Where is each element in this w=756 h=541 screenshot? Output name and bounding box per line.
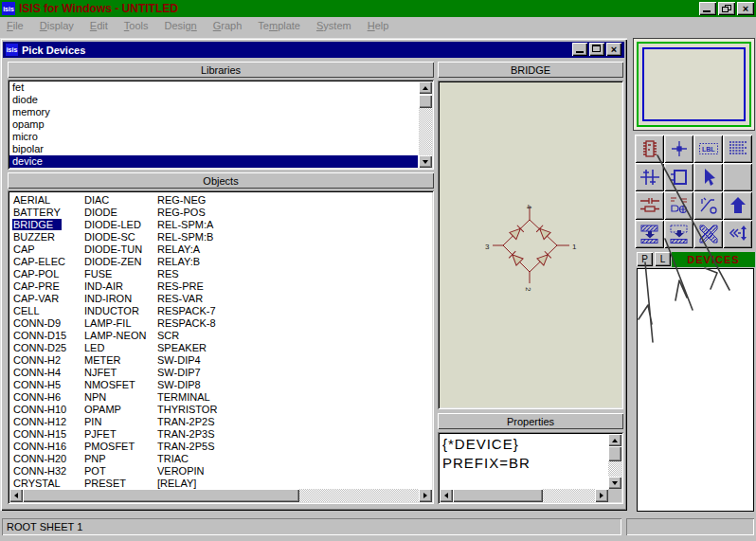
object-item[interactable]: REL-SPM:B [156,231,270,243]
object-item[interactable]: POT [83,465,155,478]
object-item[interactable]: CONN-H6 [12,391,82,404]
restore-button[interactable] [718,2,735,15]
properties-vscrollbar[interactable] [608,434,621,489]
object-item[interactable]: RES [156,268,270,280]
object-item[interactable]: RELAY:A [156,243,270,256]
text-script-tool-button[interactable] [723,135,752,163]
library-item[interactable]: diode [9,94,418,106]
object-item[interactable]: TRAN-2P2S [156,416,270,428]
library-item[interactable]: fet [9,81,418,94]
object-item[interactable]: DIODE-ZEN [83,256,155,268]
menu-item[interactable]: Help [364,20,393,31]
object-item[interactable]: CONN-D15 [12,330,82,342]
bus-terminal-tool-button[interactable] [635,163,664,191]
menu-item[interactable]: Tools [120,20,153,31]
object-item[interactable]: OPAMP [83,404,155,416]
object-item[interactable]: RESPACK-8 [156,317,270,330]
devices-panel-list[interactable] [637,268,754,512]
scroll-thumb[interactable] [419,95,432,108]
scroll-right-button[interactable] [419,489,432,502]
object-item[interactable]: RES-VAR [156,293,270,305]
object-item[interactable]: CAP-PRE [12,280,82,293]
object-item[interactable]: DIODE-LED [83,219,155,231]
object-item[interactable]: BRIDGE [12,219,82,231]
object-item[interactable]: SPEAKER [156,342,270,354]
object-item[interactable]: SW-DIP7 [156,367,270,379]
menu-item[interactable]: Template [254,20,304,31]
object-item[interactable]: CONN-H32 [12,465,82,478]
object-item[interactable]: CONN-H20 [12,453,82,465]
object-item[interactable]: BUZZER [12,231,82,243]
device-pins-tool-button[interactable] [635,191,664,220]
object-item[interactable]: CONN-H5 [12,379,82,391]
object-item[interactable]: INDUCTOR [83,305,155,317]
object-item[interactable]: NPN [83,391,155,404]
object-item[interactable]: PIN [83,416,155,428]
pointer-tool-button[interactable] [693,163,723,191]
object-item[interactable]: BATTERY [12,207,82,219]
object-item[interactable]: RESPACK-7 [156,305,270,317]
library-item[interactable]: device [9,155,418,168]
object-item[interactable]: PNP [83,453,155,465]
object-item[interactable]: REG-POS [156,207,270,219]
menu-item[interactable]: Display [36,20,78,31]
scroll-track[interactable] [608,461,621,477]
properties-hscrollbar[interactable] [440,489,608,502]
scroll-track[interactable] [299,489,419,502]
library-item[interactable]: bipolar [9,143,418,155]
dialog-maximize-button[interactable] [589,43,604,56]
properties-box[interactable]: {*DEVICE}PREFIX=BR [438,432,623,504]
object-item[interactable]: SCR [156,330,270,342]
object-item[interactable]: DIODE-SC [83,231,155,243]
object-item[interactable]: DIAC [83,194,155,207]
object-item[interactable]: CAP-VAR [12,293,82,305]
object-item[interactable]: VEROPIN [156,465,270,478]
object-item[interactable]: REL-SPM:A [156,219,270,231]
object-item[interactable]: TRAN-2P3S [156,428,270,441]
object-item[interactable]: CONN-H4 [12,367,82,379]
libraries-scrollbar[interactable] [419,81,432,168]
library-button[interactable]: L [655,252,671,266]
object-item[interactable]: AERIAL [12,194,82,207]
object-item[interactable]: CAP-POL [12,268,82,280]
object-item[interactable]: RES-PRE [156,280,270,293]
wire-label-tool-button[interactable]: LBL [693,135,723,163]
dialog-minimize-button[interactable] [572,43,587,56]
delete-block-button[interactable] [693,220,723,248]
object-item[interactable]: CONN-H2 [12,354,82,367]
minimize-button[interactable] [699,2,716,15]
scroll-track[interactable] [419,108,432,155]
object-item[interactable]: DIODE [83,207,155,219]
junction-dot-tool-button[interactable] [664,135,693,163]
pick-device-button[interactable]: P [637,252,653,266]
object-item[interactable]: SW-DIP8 [156,379,270,391]
object-item[interactable]: CONN-D9 [12,317,82,330]
object-item[interactable]: RELAY:B [156,256,270,268]
scroll-down-button[interactable] [608,477,621,489]
object-item[interactable]: CONN-H15 [12,428,82,441]
object-item[interactable]: TERMINAL [156,391,270,404]
objects-list[interactable]: AERIALBATTERYBRIDGEBUZZERCAPCAP-ELECCAP-… [8,190,434,504]
scroll-track[interactable] [543,489,595,502]
library-item[interactable]: memory [9,106,418,118]
scroll-up-button[interactable] [419,81,432,94]
library-item[interactable]: opamp [9,118,418,131]
subcircuit-tool-button[interactable] [664,163,693,191]
object-item[interactable]: CAP-ELEC [12,256,82,268]
object-item[interactable]: TRAN-2P5S [156,441,270,453]
scroll-thumb[interactable] [453,489,543,502]
object-item[interactable]: CELL [12,305,82,317]
scroll-right-button[interactable] [595,489,608,502]
component-tool-button[interactable] [635,135,664,163]
scroll-up-button[interactable] [608,434,621,446]
object-item[interactable]: NMOSFET [83,379,155,391]
packaging-pin-tool-button[interactable] [693,191,723,220]
make-device-tool-button[interactable] [664,191,693,220]
object-item[interactable]: TRIAC [156,453,270,465]
library-item[interactable]: micro [9,131,418,143]
blank-button[interactable] [723,163,752,191]
object-item[interactable]: THYRISTOR [156,404,270,416]
scroll-left-button[interactable] [9,489,23,502]
overview-minimap[interactable] [633,38,755,131]
up-arrow-tool-button[interactable] [723,191,752,220]
